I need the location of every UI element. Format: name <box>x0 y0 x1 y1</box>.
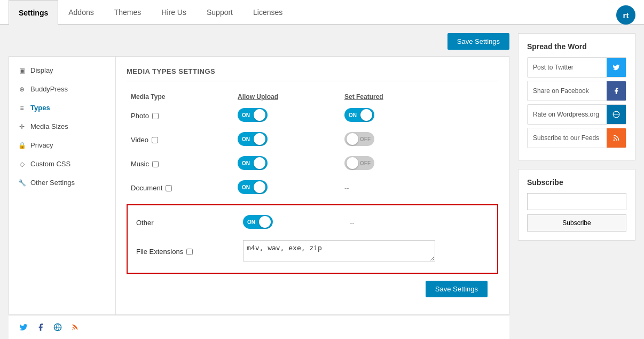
other-section: Other ON -- <box>127 204 498 274</box>
save-settings-button-bottom[interactable]: Save Settings <box>426 281 488 297</box>
sidebar-item-types[interactable]: ≡ Types <box>9 98 115 117</box>
other-table: Other ON -- <box>132 211 493 267</box>
subscribe-title: Subscribe <box>527 178 626 187</box>
footer-rss-icon[interactable] <box>68 321 81 334</box>
spread-title: Spread the Word <box>527 42 626 51</box>
music-featured-toggle[interactable]: OFF <box>344 156 374 170</box>
content-area: Save Settings ▣ Display ⊕ BuddyPress ≡ T… <box>9 33 509 339</box>
video-featured-toggle[interactable]: OFF <box>344 132 374 146</box>
rss-link[interactable]: Subscribe to our Feeds <box>527 128 626 148</box>
buddypress-icon: ⊕ <box>18 86 26 93</box>
table-row: Photo ON <box>127 104 498 128</box>
music-upload-toggle[interactable]: ON <box>238 156 268 170</box>
subscribe-button[interactable]: Subscribe <box>527 214 626 232</box>
table-row: Document ON -- <box>127 176 498 200</box>
media-label-photo: Photo <box>131 112 229 120</box>
sidebar-item-privacy[interactable]: 🔒 Privacy <box>9 136 115 155</box>
wordpress-link[interactable]: Rate on Wordpress.org <box>527 104 626 125</box>
table-row: Music ON <box>127 152 498 176</box>
right-sidebar: Spread the Word Post to Twitter Share on… <box>518 33 635 339</box>
file-extensions-label: File Extensions <box>136 248 234 256</box>
footer-bar <box>9 315 509 339</box>
save-settings-button-top[interactable]: Save Settings <box>447 33 509 50</box>
svg-point-1 <box>72 329 73 330</box>
file-extensions-checkbox[interactable] <box>186 249 193 255</box>
footer-social-icons <box>17 321 81 334</box>
bottom-actions: Save Settings <box>127 274 498 304</box>
facebook-link[interactable]: Share on Facebook <box>527 81 626 101</box>
display-icon: ▣ <box>18 67 26 74</box>
tab-themes[interactable]: Themes <box>104 0 152 24</box>
document-checkbox[interactable] <box>166 185 172 191</box>
media-sizes-icon: ✛ <box>18 123 26 130</box>
footer-facebook-icon[interactable] <box>34 321 47 334</box>
col-set-featured: Set Featured <box>340 90 498 104</box>
photo-checkbox[interactable] <box>152 113 159 119</box>
tab-support[interactable]: Support <box>197 0 243 24</box>
media-types-content: MEDIA TYPES SETTINGS Media Type Allow Up… <box>116 57 509 314</box>
sidebar-item-label: Custom CSS <box>30 160 70 168</box>
facebook-social-icon <box>607 81 626 101</box>
sidebar-item-label: BuddyPress <box>30 85 68 93</box>
nav-tabs: Settings Addons Themes Hire Us Support L… <box>9 0 293 24</box>
video-checkbox[interactable] <box>152 137 158 143</box>
sidebar-item-label: Other Settings <box>30 179 75 187</box>
logo-icon: rt <box>616 5 635 25</box>
media-label-video: Video <box>131 136 229 144</box>
sidebar-item-label: Display <box>30 66 53 74</box>
custom-css-icon: ◇ <box>18 160 26 168</box>
wordpress-social-icon <box>607 105 626 124</box>
col-allow-upload: Allow Upload <box>233 90 340 104</box>
top-navigation: Settings Addons Themes Hire Us Support L… <box>0 0 644 25</box>
twitter-social-icon <box>607 58 626 77</box>
col-media-type: Media Type <box>127 90 233 104</box>
file-extensions-row: File Extensions m4v, wav, exe, zip <box>132 235 493 267</box>
document-featured-dash: -- <box>344 184 349 192</box>
sidebar-item-label: Media Sizes <box>30 122 68 130</box>
media-label-music: Music <box>131 160 229 168</box>
types-icon: ≡ <box>18 104 26 112</box>
spread-the-word-box: Spread the Word Post to Twitter Share on… <box>518 33 635 160</box>
document-upload-toggle[interactable]: ON <box>238 180 268 194</box>
privacy-icon: 🔒 <box>18 142 26 149</box>
music-checkbox[interactable] <box>152 161 159 167</box>
sidebar-item-label: Types <box>30 104 50 112</box>
tab-settings[interactable]: Settings <box>9 0 58 25</box>
left-navigation: ▣ Display ⊕ BuddyPress ≡ Types ✛ Media S… <box>9 57 116 314</box>
other-label: Other <box>136 219 154 227</box>
other-row: Other ON -- <box>132 211 493 235</box>
tab-hire-us[interactable]: Hire Us <box>151 0 197 24</box>
photo-featured-toggle[interactable]: ON <box>344 108 374 122</box>
section-title: MEDIA TYPES SETTINGS <box>127 67 498 81</box>
sidebar-item-custom-css[interactable]: ◇ Custom CSS <box>9 155 115 173</box>
sidebar-item-buddypress[interactable]: ⊕ BuddyPress <box>9 80 115 98</box>
other-settings-icon: 🔧 <box>18 179 26 187</box>
main-layout: Save Settings ▣ Display ⊕ BuddyPress ≡ T… <box>0 25 644 339</box>
sidebar-item-media-sizes[interactable]: ✛ Media Sizes <box>9 117 115 136</box>
media-types-table: Media Type Allow Upload Set Featured Pho… <box>127 90 498 200</box>
rss-social-icon <box>607 128 626 148</box>
twitter-link[interactable]: Post to Twitter <box>527 57 626 78</box>
media-label-document: Document <box>131 184 229 192</box>
main-panel: ▣ Display ⊕ BuddyPress ≡ Types ✛ Media S… <box>9 56 509 315</box>
table-row: Video ON <box>127 128 498 152</box>
tab-licenses[interactable]: Licenses <box>243 0 293 24</box>
subscribe-box: Subscribe Subscribe <box>518 169 635 241</box>
footer-twitter-icon[interactable] <box>17 321 30 334</box>
top-actions: Save Settings <box>9 33 509 50</box>
footer-wordpress-icon[interactable] <box>51 321 64 334</box>
subscribe-input[interactable] <box>527 193 626 210</box>
tab-addons[interactable]: Addons <box>58 0 104 24</box>
sidebar-item-label: Privacy <box>30 141 53 149</box>
sidebar-item-display[interactable]: ▣ Display <box>9 61 115 80</box>
svg-point-3 <box>614 140 614 141</box>
file-extensions-input[interactable]: m4v, wav, exe, zip <box>243 240 435 261</box>
other-featured-dash: -- <box>350 219 355 227</box>
sidebar-item-other-settings[interactable]: 🔧 Other Settings <box>9 173 115 192</box>
other-upload-toggle[interactable]: ON <box>243 215 273 229</box>
photo-upload-toggle[interactable]: ON <box>238 108 268 122</box>
video-upload-toggle[interactable]: ON <box>238 132 268 146</box>
